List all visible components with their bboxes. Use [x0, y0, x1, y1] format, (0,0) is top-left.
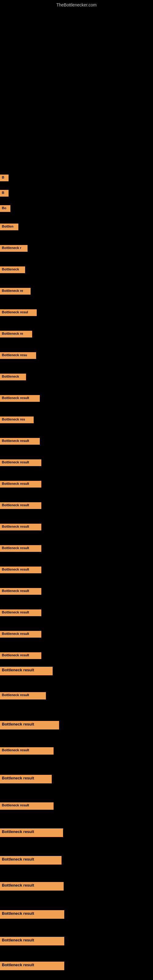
- label-5: Bottleneck r: [0, 245, 27, 252]
- bottleneck-result-label: Bottleneck result: [0, 747, 54, 755]
- bottleneck-result-label: Bottleneck r: [0, 245, 27, 252]
- bottleneck-result-label: Bottleneck result: [0, 481, 41, 488]
- bottleneck-result-label: Bottleneck result: [0, 609, 41, 616]
- bottleneck-result-label: Bottleneck result: [0, 588, 41, 595]
- label-14: Bottleneck result: [0, 438, 40, 445]
- label-31: Bottleneck result: [0, 829, 63, 837]
- bottleneck-result-label: Bottleneck: [0, 266, 25, 273]
- bottleneck-result-label: Bottleneck result: [0, 438, 40, 445]
- label-32: Bottleneck result: [0, 856, 62, 865]
- label-8: Bottleneck resul: [0, 309, 37, 316]
- label-28: Bottleneck result: [0, 747, 54, 755]
- bottleneck-result-label: Bottleneck resul: [0, 309, 37, 316]
- label-17: Bottleneck result: [0, 502, 41, 509]
- bottleneck-result-label: Bottleneck result: [0, 802, 54, 810]
- bottleneck-result-label: Bottleneck result: [0, 910, 64, 919]
- label-34: Bottleneck result: [0, 910, 64, 919]
- bottleneck-result-label: Bottleneck result: [0, 829, 63, 837]
- label-10: Bottleneck resu: [0, 352, 36, 359]
- bottleneck-result-label: Bottleneck result: [0, 882, 64, 891]
- bottleneck-result-label: Bottleneck result: [0, 545, 41, 552]
- label-16: Bottleneck result: [0, 481, 41, 488]
- label-15: Bottleneck result: [0, 460, 41, 466]
- label-18: Bottleneck result: [0, 524, 41, 530]
- bottleneck-result-label: Bottleneck result: [0, 502, 41, 509]
- label-33: Bottleneck result: [0, 882, 64, 891]
- label-1: B: [0, 175, 9, 181]
- bottleneck-result-label: Bottleneck result: [0, 631, 41, 638]
- bottleneck-result-label: B: [0, 175, 9, 181]
- bottleneck-result-label: Bottleneck result: [0, 395, 40, 402]
- label-9: Bottleneck re: [0, 331, 32, 337]
- label-25: Bottleneck result: [0, 667, 53, 675]
- label-6: Bottleneck: [0, 266, 25, 273]
- label-24: Bottleneck result: [0, 652, 41, 659]
- bottleneck-result-label: Bo: [0, 205, 10, 212]
- label-2: B: [0, 190, 9, 197]
- label-20: Bottleneck result: [0, 566, 41, 573]
- label-27: Bottleneck result: [0, 721, 59, 730]
- bottleneck-result-label: Bottleneck result: [0, 721, 59, 730]
- label-35: Bottleneck result: [0, 937, 64, 945]
- label-12: Bottleneck result: [0, 395, 40, 402]
- bottleneck-result-label: Bottleneck result: [0, 937, 64, 945]
- bottleneck-result-label: Bottleneck result: [0, 652, 41, 659]
- bottleneck-result-label: Bottleneck result: [0, 775, 52, 783]
- bottleneck-result-label: Bottleneck res: [0, 417, 33, 423]
- label-26: Bottleneck result: [0, 692, 46, 700]
- bottleneck-result-label: Bottleneck re: [0, 288, 30, 294]
- label-22: Bottleneck result: [0, 609, 41, 616]
- bottleneck-result-label: B: [0, 190, 9, 197]
- bottleneck-result-label: Bottleneck result: [0, 460, 41, 466]
- label-36: Bottleneck result: [0, 962, 64, 970]
- bottleneck-result-label: Bottleneck result: [0, 856, 62, 865]
- label-21: Bottleneck result: [0, 588, 41, 595]
- bottleneck-result-label: Bottleneck result: [0, 667, 53, 675]
- label-4: Bottlen: [0, 224, 18, 230]
- label-23: Bottleneck result: [0, 631, 41, 638]
- bottleneck-result-label: Bottleneck re: [0, 331, 32, 337]
- label-7: Bottleneck re: [0, 288, 30, 294]
- bottleneck-result-label: Bottleneck result: [0, 524, 41, 530]
- label-30: Bottleneck result: [0, 802, 54, 810]
- bottleneck-result-label: Bottleneck result: [0, 692, 46, 700]
- label-13: Bottleneck res: [0, 417, 33, 423]
- bottleneck-result-label: Bottleneck result: [0, 566, 41, 573]
- bottleneck-result-label: Bottlen: [0, 224, 18, 230]
- label-29: Bottleneck result: [0, 775, 52, 783]
- bottleneck-result-label: Bottleneck: [0, 374, 26, 380]
- site-title: TheBottlenecker.com: [0, 0, 153, 9]
- label-19: Bottleneck result: [0, 545, 41, 552]
- label-3: Bo: [0, 205, 10, 212]
- label-11: Bottleneck: [0, 374, 26, 380]
- bottleneck-result-label: Bottleneck resu: [0, 352, 36, 359]
- bottleneck-result-label: Bottleneck result: [0, 962, 64, 970]
